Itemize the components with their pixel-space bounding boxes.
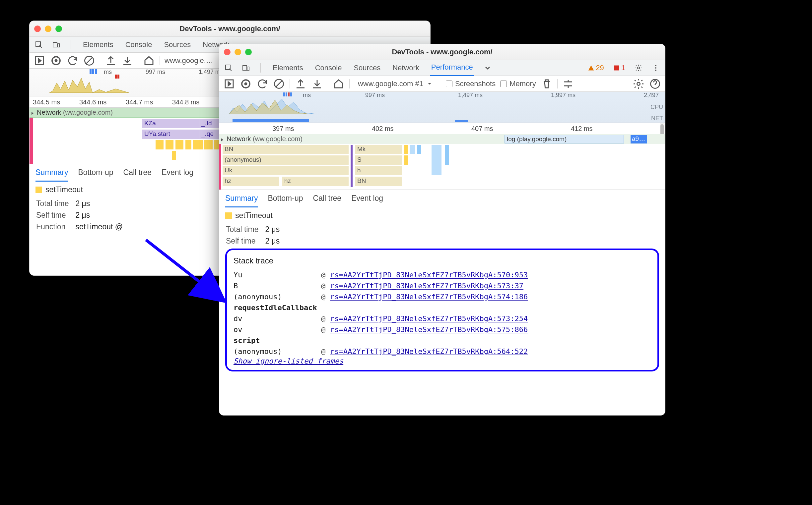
- close-icon[interactable]: [224, 49, 231, 55]
- gc-icon[interactable]: [541, 78, 553, 90]
- maximize-icon[interactable]: [245, 49, 252, 55]
- traffic-lights[interactable]: [224, 49, 252, 55]
- flame-item[interactable]: Mk: [355, 145, 402, 154]
- network-track[interactable]: Network (ww.google.com) log (play.google…: [219, 134, 665, 144]
- errors-badge[interactable]: 1: [613, 63, 625, 72]
- network-request[interactable]: log (play.google.com): [504, 135, 624, 144]
- inspect-icon[interactable]: [35, 41, 43, 49]
- flame-task[interactable]: [432, 145, 442, 175]
- tab-console[interactable]: Console: [314, 60, 343, 75]
- flame-chart[interactable]: BN (anonymous) Uk hz hz Mk S h BN: [219, 144, 665, 190]
- recording-selector[interactable]: www.google.com #1: [354, 78, 436, 90]
- flame-task[interactable]: [404, 155, 408, 165]
- tab-bottomup[interactable]: Bottom-up: [268, 194, 303, 203]
- timeline-overview[interactable]: ms 997 ms 1,497 ms 1,997 ms 2,497 CPU NE…: [219, 92, 665, 123]
- toggle-pane-icon[interactable]: [33, 55, 45, 66]
- reload-icon[interactable]: [67, 55, 79, 66]
- minimize-icon[interactable]: [45, 25, 51, 32]
- time-ruler[interactable]: 397 ms 402 ms 407 ms 412 ms: [219, 123, 665, 134]
- tab-performance[interactable]: Performance: [430, 60, 474, 76]
- flame-item[interactable]: S: [355, 155, 402, 165]
- minimize-icon[interactable]: [235, 49, 241, 55]
- stack-link[interactable]: rs=AA2YrTtTjPD_83NeleSxfEZ7rTB5vRKbgA:57…: [330, 293, 528, 301]
- stack-link[interactable]: rs=AA2YrTtTjPD_83NeleSxfEZ7rTB5vRKbgA:57…: [330, 271, 528, 279]
- flame-item[interactable]: BN: [223, 145, 349, 154]
- flame-item[interactable]: BN: [355, 177, 402, 186]
- memory-checkbox[interactable]: Memory: [500, 79, 536, 88]
- shortcuts-icon[interactable]: [562, 78, 574, 90]
- tab-calltree[interactable]: Call tree: [123, 168, 152, 177]
- at-sign: @: [321, 325, 325, 334]
- show-ignore-listed-link[interactable]: Show ignore-listed frames: [234, 357, 343, 365]
- caret-right-icon[interactable]: [219, 137, 225, 143]
- clear-icon[interactable]: [273, 78, 285, 90]
- flame-task[interactable]: [176, 140, 184, 149]
- stack-link[interactable]: rs=AA2YrTtTjPD_83NeleSxfEZ7rTB5vRKbgA:57…: [330, 315, 528, 323]
- kebab-icon[interactable]: [652, 64, 660, 72]
- maximize-icon[interactable]: [55, 25, 62, 32]
- stack-fn: dv: [234, 315, 317, 323]
- flame-item[interactable]: h: [355, 166, 402, 175]
- tab-elements[interactable]: Elements: [271, 60, 305, 75]
- tab-sources[interactable]: Sources: [162, 37, 192, 52]
- svg-point-12: [655, 65, 657, 66]
- device-icon[interactable]: [52, 41, 60, 49]
- reload-icon[interactable]: [256, 78, 268, 90]
- flame-task[interactable]: [410, 145, 415, 154]
- screenshots-checkbox[interactable]: Screenshots: [446, 79, 495, 88]
- tab-eventlog[interactable]: Event log: [351, 194, 383, 203]
- flame-task[interactable]: [445, 145, 449, 165]
- gear-icon[interactable]: [634, 64, 643, 72]
- download-icon[interactable]: [121, 55, 133, 66]
- flame-item[interactable]: Uk: [223, 166, 349, 175]
- overview-selection[interactable]: [219, 92, 665, 123]
- more-tabs-icon[interactable]: [484, 64, 491, 72]
- flame-item[interactable]: KZa: [142, 119, 199, 128]
- tab-summary[interactable]: Summary: [225, 189, 258, 207]
- stack-link[interactable]: rs=AA2YrTtTjPD_83NeleSxfEZ7rTB5vRKbgA:56…: [330, 347, 528, 356]
- inspect-icon[interactable]: [225, 64, 233, 72]
- flame-task[interactable]: [186, 140, 192, 149]
- record-icon[interactable]: [240, 78, 252, 90]
- upload-icon[interactable]: [295, 78, 307, 90]
- selected-event: setTimeout: [45, 185, 83, 194]
- caret-right-icon[interactable]: [29, 110, 35, 116]
- flame-task[interactable]: [204, 140, 213, 149]
- tab-elements[interactable]: Elements: [82, 37, 115, 52]
- home-icon[interactable]: [333, 78, 345, 90]
- flame-task[interactable]: [155, 140, 163, 149]
- traffic-lights[interactable]: [34, 25, 62, 32]
- download-icon[interactable]: [311, 78, 323, 90]
- gear-icon[interactable]: [632, 78, 645, 90]
- clear-icon[interactable]: [83, 55, 95, 66]
- warnings-badge[interactable]: 29: [588, 63, 604, 72]
- record-icon[interactable]: [50, 55, 62, 66]
- flame-item[interactable]: hz: [282, 177, 349, 186]
- overview-markers: [89, 69, 103, 74]
- upload-icon[interactable]: [105, 55, 117, 66]
- flame-item[interactable]: (anonymous): [223, 155, 349, 165]
- close-icon[interactable]: [34, 25, 41, 32]
- flame-task[interactable]: [417, 145, 421, 154]
- tab-summary[interactable]: Summary: [35, 163, 68, 182]
- flame-item[interactable]: hz: [223, 177, 279, 186]
- flame-task[interactable]: [165, 140, 173, 149]
- home-icon[interactable]: [143, 55, 155, 66]
- device-icon[interactable]: [242, 64, 250, 72]
- tab-network[interactable]: Network: [391, 60, 421, 75]
- flame-task[interactable]: [193, 140, 203, 149]
- scrollbar[interactable]: [660, 123, 664, 134]
- tab-console[interactable]: Console: [124, 37, 153, 52]
- flame-task[interactable]: [404, 145, 408, 154]
- toggle-pane-icon[interactable]: [223, 78, 235, 90]
- tab-calltree[interactable]: Call tree: [313, 194, 342, 203]
- tab-bottomup[interactable]: Bottom-up: [78, 168, 113, 177]
- help-icon[interactable]: [649, 78, 661, 90]
- stack-link[interactable]: rs=AA2YrTtTjPD_83NeleSxfEZ7rTB5vRKbgA:57…: [330, 325, 528, 334]
- flame-task[interactable]: [172, 151, 176, 160]
- flame-item[interactable]: UYa.start: [142, 130, 199, 139]
- network-request[interactable]: a9…: [630, 135, 647, 144]
- tab-eventlog[interactable]: Event log: [161, 168, 193, 177]
- stack-link[interactable]: rs=AA2YrTtTjPD_83NeleSxfEZ7rTB5vRKbgA:57…: [330, 282, 524, 290]
- tab-sources[interactable]: Sources: [352, 60, 382, 75]
